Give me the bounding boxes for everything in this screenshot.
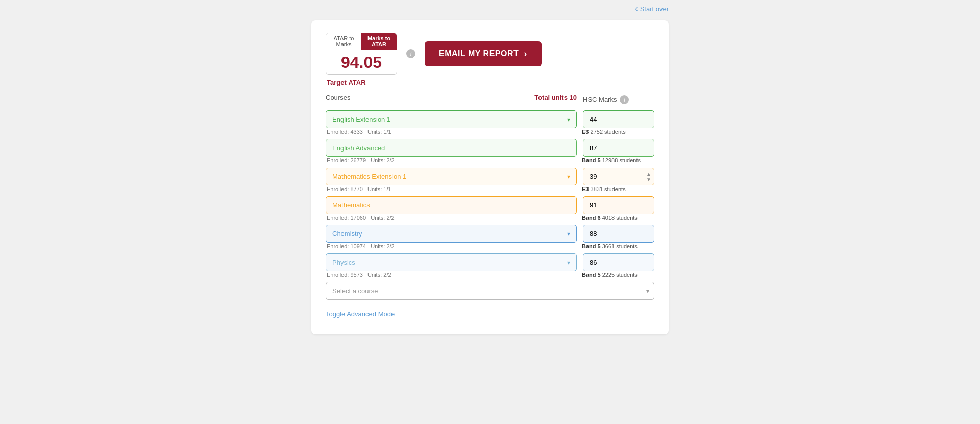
arrow-icon: › [524, 49, 527, 59]
info-icon[interactable]: i [406, 49, 415, 58]
course-name-0[interactable]: English Extension 1 ▾ [326, 110, 577, 128]
marks-input-2[interactable] [583, 168, 654, 185]
band-info-1: Band 5 12988 students [582, 157, 653, 163]
marks-input-5[interactable] [583, 253, 654, 271]
band-info-4: Band 5 3661 students [582, 243, 653, 249]
start-over-label: Start over [640, 5, 669, 13]
course-meta-3: Enrolled: 17060 Units: 2/2 [327, 215, 582, 221]
band-info-2: E3 3831 students [582, 186, 653, 192]
course-chevron-5: ▾ [567, 259, 570, 266]
course-name-1[interactable]: English Advanced [326, 139, 577, 157]
target-atar-label: Target ATAR [327, 79, 654, 86]
course-chevron-4: ▾ [567, 230, 570, 238]
stepper-2[interactable]: ▲▼ [646, 171, 651, 182]
course-row: English Extension 1 ▾ Enrolled: 4333 Uni… [326, 110, 654, 135]
band-info-0: E3 2752 students [582, 129, 653, 135]
course-name-5[interactable]: Physics ▾ [326, 253, 577, 271]
toggle-advanced-mode-link[interactable]: Toggle Advanced Mode [326, 310, 395, 318]
marks-input-1[interactable] [583, 139, 654, 157]
courses-label: Courses [326, 93, 350, 101]
course-row: English Advanced Enrolled: 26779 Units: … [326, 139, 654, 163]
course-name-2[interactable]: Mathematics Extension 1 ▾ [326, 168, 577, 185]
course-row: Chemistry ▾ Enrolled: 10974 Units: 2/2 B… [326, 225, 654, 249]
hsc-marks-label: HSC Marks [583, 96, 617, 103]
course-row: Physics ▾ Enrolled: 9573 Units: 2/2 Band… [326, 253, 654, 278]
hsc-info-icon[interactable]: i [620, 95, 629, 104]
course-meta-1: Enrolled: 26779 Units: 2/2 [327, 157, 582, 163]
email-report-label: EMAIL MY REPORT [439, 49, 519, 58]
select-course-dropdown[interactable]: Select a course [326, 282, 654, 300]
course-name-4[interactable]: Chemistry ▾ [326, 225, 577, 243]
course-meta-2: Enrolled: 8770 Units: 1/1 [327, 186, 582, 192]
band-info-5: Band 5 2225 students [582, 272, 653, 278]
start-over-link[interactable]: Start over [635, 4, 669, 13]
course-meta-4: Enrolled: 10974 Units: 2/2 [327, 243, 582, 249]
marks-input-3[interactable] [583, 196, 654, 214]
course-meta-5: Enrolled: 9573 Units: 2/2 [327, 272, 582, 278]
marks-input-4[interactable] [583, 225, 654, 243]
course-chevron-0: ▾ [567, 116, 570, 123]
atar-value: 94.05 [326, 50, 397, 74]
total-units: Total units 10 [534, 93, 577, 101]
marks-to-atar-tab[interactable]: Marks to ATAR [361, 33, 397, 50]
course-name-3[interactable]: Mathematics [326, 196, 577, 214]
course-row: Mathematics Enrolled: 17060 Units: 2/2 B… [326, 196, 654, 221]
marks-input-0[interactable] [583, 110, 654, 128]
course-chevron-2: ▾ [567, 173, 570, 180]
atar-to-marks-tab[interactable]: ATAR to Marks [326, 33, 361, 50]
email-report-button[interactable]: EMAIL MY REPORT › [425, 41, 542, 66]
course-meta-0: Enrolled: 4333 Units: 1/1 [327, 129, 582, 135]
course-row: Mathematics Extension 1 ▾ ▲▼ Enrolled: 8… [326, 168, 654, 192]
band-info-3: Band 6 4018 students [582, 215, 653, 221]
